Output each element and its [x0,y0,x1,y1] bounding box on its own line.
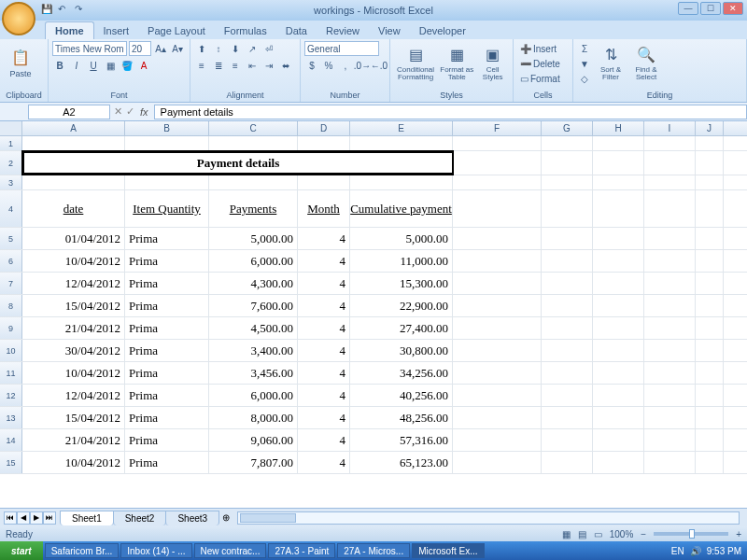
cell-month[interactable]: 4 [298,452,350,473]
col-header-G[interactable]: G [542,121,593,135]
cell-item[interactable]: Prima [125,295,209,316]
cell-date[interactable]: 15/04/2012 [22,407,125,428]
zoom-in-button[interactable]: + [736,529,741,539]
font-size-select[interactable]: 20 [129,41,151,56]
row-header-1[interactable]: 1 [0,136,22,150]
increase-indent-button[interactable]: ⇥ [261,58,276,73]
cell-empty[interactable] [593,190,644,227]
row-header-9[interactable]: 9 [0,317,22,339]
cell-empty[interactable] [593,340,644,361]
undo-icon[interactable]: ↶ [58,4,71,17]
row-header-3[interactable]: 3 [0,175,22,189]
cell-item[interactable]: Prima [125,250,209,272]
cell-empty[interactable] [542,228,593,249]
cell-empty[interactable] [453,452,542,473]
cell-item[interactable]: Prima [125,273,209,294]
col-header-B[interactable]: B [125,121,209,135]
view-break-icon[interactable]: ▭ [594,529,602,539]
cell-item[interactable]: Prima [125,385,209,406]
cell-payment[interactable]: 6,000.00 [209,385,298,406]
cell-empty[interactable] [593,228,644,249]
cell-date[interactable]: 21/04/2012 [22,317,125,339]
header-item-quantity[interactable]: Item Quantity [125,190,209,227]
taskbar-item-0[interactable]: Safaricom Br... [45,543,120,558]
align-top-button[interactable]: ⬆ [194,41,209,56]
conditional-formatting-button[interactable]: ▤Conditional Formatting [394,41,437,84]
cell-payment[interactable]: 6,000.00 [209,250,298,272]
cell-cumulative[interactable]: 40,256.00 [350,385,453,406]
cell-empty[interactable] [644,295,696,316]
col-header-F[interactable]: F [453,121,542,135]
cell-empty[interactable] [593,175,644,189]
tray-icon[interactable]: 🔊 [690,546,701,556]
sheet-nav-first[interactable]: ⏮ [4,511,17,525]
row-header-5[interactable]: 5 [0,228,22,249]
row-header-7[interactable]: 7 [0,273,22,294]
fill-color-button[interactable]: 🪣 [120,58,134,73]
cell-empty[interactable] [644,340,696,361]
cell-month[interactable]: 4 [298,362,350,384]
cell-empty[interactable] [125,136,209,150]
delete-cells-button[interactable]: ➖Delete [517,56,563,71]
cell-empty[interactable] [22,136,125,150]
cell-empty[interactable] [696,385,724,406]
comma-button[interactable]: , [338,58,353,73]
maximize-button[interactable]: ☐ [700,2,721,15]
sheet-nav-next[interactable]: ▶ [30,511,43,525]
insert-cells-button[interactable]: ➕Insert [517,41,559,56]
taskbar-item-5[interactable]: Microsoft Ex... [412,543,484,558]
cell-item[interactable]: Prima [125,362,209,384]
enter-icon[interactable]: ✓ [126,105,134,118]
row-header-15[interactable]: 15 [0,452,22,473]
cell-empty[interactable] [593,407,644,428]
bold-button[interactable]: B [52,58,67,73]
col-header-I[interactable]: I [644,121,696,135]
cell-cumulative[interactable]: 65,123.00 [350,452,453,473]
cell-empty[interactable] [644,407,696,428]
cell-empty[interactable] [593,151,644,175]
office-button[interactable] [2,2,35,35]
align-middle-button[interactable]: ↕ [211,41,226,56]
cell-empty[interactable] [696,175,724,189]
underline-button[interactable]: U [86,58,101,73]
row-header-12[interactable]: 12 [0,385,22,406]
cell-empty[interactable] [644,151,696,175]
sheet-tab-2[interactable]: Sheet2 [113,511,167,525]
font-name-select[interactable]: Times New Rom [52,41,127,56]
zoom-knob[interactable] [689,529,695,539]
cell-empty[interactable] [22,175,125,189]
cell-cumulative[interactable]: 48,256.00 [350,407,453,428]
cell-empty[interactable] [542,136,593,150]
cell-date[interactable]: 01/04/2012 [22,228,125,249]
increase-decimal-button[interactable]: .0→ [355,58,370,73]
sheet-nav-prev[interactable]: ◀ [17,511,30,525]
cell-date[interactable]: 12/04/2012 [22,385,125,406]
decrease-indent-button[interactable]: ⇤ [245,58,260,73]
cell-month[interactable]: 4 [298,385,350,406]
tab-home[interactable]: Home [45,21,94,39]
tab-review[interactable]: Review [317,22,369,39]
clear-button[interactable]: ◇ [577,71,592,86]
cell-empty[interactable] [453,340,542,361]
cell-payment[interactable]: 8,000.00 [209,407,298,428]
cell-cumulative[interactable]: 34,256.00 [350,362,453,384]
cell-empty[interactable] [696,136,724,150]
paste-button[interactable]: 📋Paste [4,41,37,84]
fill-button[interactable]: ▼ [577,56,592,71]
view-normal-icon[interactable]: ▦ [562,529,571,539]
cell-empty[interactable] [644,190,696,227]
tab-view[interactable]: View [369,22,410,39]
row-header-2[interactable]: 2 [0,151,22,175]
taskbar-item-3[interactable]: 27A.3 - Paint [268,543,335,558]
cell-empty[interactable] [453,317,542,339]
cell-cumulative[interactable]: 30,800.00 [350,340,453,361]
cell-month[interactable]: 4 [298,273,350,294]
cell-empty[interactable] [542,151,593,175]
cell-empty[interactable] [644,362,696,384]
sheet-nav-last[interactable]: ⏭ [43,511,56,525]
format-as-table-button[interactable]: ▦Format as Table [439,41,474,84]
italic-button[interactable]: I [69,58,84,73]
cell-empty[interactable] [644,228,696,249]
cell-empty[interactable] [453,151,542,175]
cell-empty[interactable] [542,407,593,428]
